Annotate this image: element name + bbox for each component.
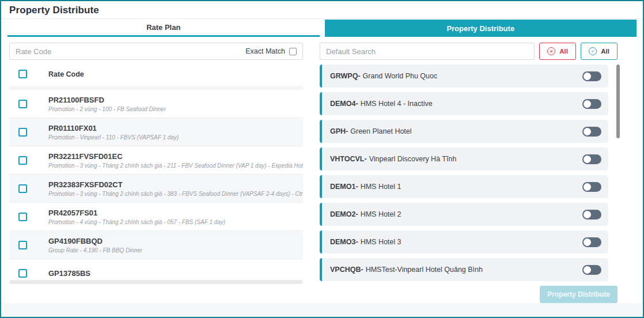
- property-code: VHTOCVL-: [330, 155, 367, 163]
- rate-row-text: PR42057FS01 Promotion - 4 vùng - Tháng 2…: [48, 209, 225, 225]
- default-search-input[interactable]: Default Search: [326, 47, 376, 56]
- property-label: VPCHQB-HMSTest-Vinpearl Hotel Quảng Bình: [330, 266, 483, 274]
- deselect-all-label: All: [559, 48, 568, 55]
- rate-code-list: PR21100FBSFD Promotion - 2 vùng - 100 - …: [9, 90, 303, 280]
- property-list: GRWPQ-Grand World Phu Quoc DEMO4-HMS Hot…: [320, 65, 608, 281]
- tab-property-distribute[interactable]: Property Distribute: [325, 20, 637, 37]
- property-card[interactable]: VHTOCVL-Vinpearl Discovery Hà Tĩnh: [320, 147, 608, 171]
- property-toggle[interactable]: [582, 182, 601, 192]
- rate-list-header: Rate Code: [9, 60, 303, 86]
- property-distribute-button[interactable]: Property Distribute: [540, 286, 618, 303]
- property-card[interactable]: DEMO3-HMS Hotel 3: [320, 230, 608, 253]
- property-toggle[interactable]: [582, 265, 601, 275]
- property-toggle[interactable]: [582, 99, 601, 109]
- property-code: GPH-: [330, 127, 348, 135]
- deselect-all-button[interactable]: ✕ All: [539, 43, 576, 60]
- property-label: GRWPQ-Grand World Phu Quoc: [330, 72, 437, 80]
- rate-row-checkbox[interactable]: [18, 128, 27, 137]
- property-name: HMS Hotel 2: [361, 210, 401, 218]
- property-label: DEMO4-HMS Hotel 4 - Inactive: [330, 100, 433, 108]
- exact-match-label: Exact Match: [245, 47, 285, 55]
- submit-row: Property Distribute: [320, 286, 618, 303]
- property-name: Vinpearl Discovery Hà Tĩnh: [369, 155, 457, 163]
- rate-row-checkbox[interactable]: [18, 213, 27, 221]
- property-name: HMS Hotel 3: [361, 238, 401, 246]
- rate-row-checkbox[interactable]: [18, 156, 27, 165]
- property-distribute-panel: Default Search ✕ All ✓ All GRWPQ-Grand W…: [315, 37, 625, 303]
- property-card[interactable]: DEMO2-HMS Hotel 2: [320, 203, 608, 226]
- property-distribute-page: Property Distribute Rate Plan Property D…: [0, 0, 644, 318]
- select-all-label: All: [601, 48, 609, 55]
- rate-row-checkbox[interactable]: [18, 269, 27, 278]
- rate-description: Promotion - Vinpearl - 110 - FBVS (VAPSA…: [48, 134, 179, 141]
- rate-row-text: PR32211FVSFD01EC Promotion - 3 vùng - Th…: [48, 152, 303, 169]
- default-search-box[interactable]: Default Search: [320, 43, 535, 60]
- rate-row[interactable]: PR01110FX01 Promotion - Vinpearl - 110 -…: [9, 118, 303, 146]
- rate-description: Promotion - 3 vùng - Tháng 2 chính sách …: [48, 162, 303, 169]
- property-name: HMS Hotel 4 - Inactive: [361, 100, 433, 108]
- tab-rate-plan[interactable]: Rate Plan: [7, 20, 320, 37]
- property-name: HMSTest-Vinpearl Hotel Quảng Bình: [366, 266, 483, 274]
- rate-code: GP4190FBBQD: [48, 237, 142, 245]
- rate-description: Promotion - 2 vùng - 100 - FB Seafood Di…: [48, 106, 166, 112]
- main-content: Rate Code Exact Match Rate Code PR21100F…: [1, 37, 643, 303]
- property-label: DEMO1-HMS Hotel 1: [330, 183, 401, 191]
- rate-code-column-header: Rate Code: [48, 70, 84, 78]
- rate-code: GP13785BS: [48, 269, 90, 278]
- property-code: VPCHQB-: [330, 266, 363, 274]
- rate-row-checkbox[interactable]: [18, 184, 27, 193]
- circle-x-icon: ✕: [547, 47, 555, 55]
- rate-code: PR21100FBSFD: [48, 96, 166, 104]
- horizontal-scrollbar[interactable]: [9, 280, 303, 284]
- property-card[interactable]: GRWPQ-Grand World Phu Quoc: [320, 65, 608, 88]
- property-label: DEMO3-HMS Hotel 3: [330, 238, 401, 246]
- tab-bar: Rate Plan Property Distribute: [7, 20, 637, 37]
- property-card[interactable]: VPCHQB-HMSTest-Vinpearl Hotel Quảng Bình: [320, 258, 608, 281]
- rate-row-checkbox[interactable]: [18, 100, 27, 108]
- rate-description: Group Rate - 4.190 - FB BBQ Dinner: [48, 247, 142, 253]
- property-name: HMS Hotel 1: [361, 183, 401, 191]
- page-header: Property Distribute: [1, 1, 643, 19]
- rate-code: PR01110FX01: [48, 124, 179, 132]
- property-code: DEMO1-: [330, 183, 358, 191]
- rate-row[interactable]: PR32211FVSFD01EC Promotion - 3 vùng - Th…: [9, 146, 303, 175]
- vertical-scrollbar[interactable]: [616, 65, 620, 138]
- footer-strip: [1, 303, 643, 317]
- property-toggle[interactable]: [582, 210, 601, 219]
- property-card[interactable]: DEMO4-HMS Hotel 4 - Inactive: [320, 92, 608, 115]
- rate-code: PR32383FXSFD02CT: [48, 180, 303, 189]
- rate-code: PR32211FVSFD01EC: [48, 152, 303, 161]
- rate-row-text: PR01110FX01 Promotion - Vinpearl - 110 -…: [48, 124, 179, 141]
- circle-check-icon: ✓: [589, 47, 597, 55]
- property-toggle[interactable]: [582, 127, 601, 137]
- property-code: GRWPQ-: [330, 72, 361, 80]
- property-name: Green Planet Hotel: [350, 127, 411, 135]
- rate-row[interactable]: GP4190FBBQD Group Rate - 4.190 - FB BBQ …: [9, 231, 303, 259]
- property-card[interactable]: GPH-Green Planet Hotel: [320, 120, 608, 143]
- rate-row[interactable]: PR42057FS01 Promotion - 4 vùng - Tháng 2…: [9, 203, 303, 231]
- property-code: DEMO3-: [330, 238, 358, 246]
- rate-code-search-box[interactable]: Rate Code Exact Match: [9, 43, 303, 60]
- property-code: DEMO2-: [330, 210, 358, 218]
- rate-row-checkbox[interactable]: [18, 241, 27, 249]
- rate-row[interactable]: GP13785BS: [9, 259, 303, 280]
- rate-description: Promotion - 4 vùng - Tháng 2 chính sách …: [48, 219, 225, 225]
- rate-row-text: GP13785BS: [48, 269, 90, 278]
- rate-row-text: GP4190FBBQD Group Rate - 4.190 - FB BBQ …: [48, 237, 142, 253]
- property-card[interactable]: DEMO1-HMS Hotel 1: [320, 175, 608, 198]
- select-all-rates-checkbox[interactable]: [18, 70, 27, 78]
- rate-row[interactable]: PR21100FBSFD Promotion - 2 vùng - 100 - …: [9, 90, 303, 118]
- property-toggle[interactable]: [582, 71, 601, 81]
- exact-match-checkbox[interactable]: [289, 48, 297, 55]
- rate-plan-panel: Rate Code Exact Match Rate Code PR21100F…: [1, 37, 310, 303]
- rate-code: PR42057FS01: [48, 209, 225, 217]
- rate-row-text: PR21100FBSFD Promotion - 2 vùng - 100 - …: [48, 96, 166, 112]
- rate-code-search-input[interactable]: Rate Code: [16, 47, 51, 56]
- property-name: Grand World Phu Quoc: [363, 72, 438, 80]
- rate-row[interactable]: PR32383FXSFD02CT Promotion - 3 vùng - Th…: [9, 175, 303, 203]
- property-code: DEMO4-: [330, 100, 358, 108]
- property-toggle[interactable]: [582, 154, 601, 164]
- header-separator: [9, 86, 303, 90]
- property-toggle[interactable]: [582, 237, 601, 247]
- select-all-button[interactable]: ✓ All: [581, 43, 618, 60]
